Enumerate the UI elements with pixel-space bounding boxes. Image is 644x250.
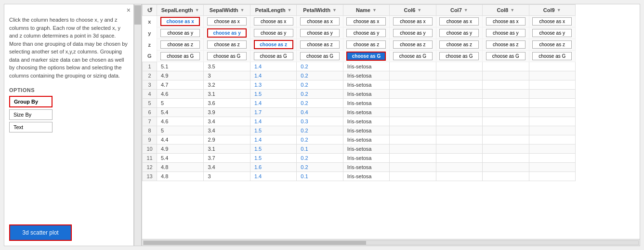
choose-z-petalwidth-btn[interactable]: choose as z	[300, 40, 340, 49]
sort-icon-name: ▼	[372, 8, 377, 13]
close-button[interactable]: ×	[127, 6, 131, 14]
choose-x-col6-btn[interactable]: choose as x	[393, 17, 433, 26]
choose-x-row: x choose as x choose as x choose as x ch…	[143, 16, 576, 27]
cell-petallength: 1.5	[250, 154, 296, 163]
cell-col7	[436, 145, 482, 154]
table-container[interactable]: ↺ SepalLength ▼ SepalWidth ▼	[142, 4, 640, 239]
choose-y-sepalwidth-btn[interactable]: choose as y	[207, 28, 247, 38]
choose-x-name-btn[interactable]: choose as x	[346, 17, 386, 26]
cell-col8	[483, 126, 529, 135]
cell-sepallength: 4.7	[157, 80, 204, 90]
col-header-name[interactable]: Name ▼	[343, 5, 389, 16]
choose-z-row: z choose as z choose as z choose as z ch…	[143, 39, 576, 51]
cell-col7	[436, 108, 482, 117]
cell-petalwidth: 0.2	[297, 71, 343, 80]
choose-x-col8-btn[interactable]: choose as x	[486, 17, 526, 26]
choose-z-col7-cell: choose as z	[436, 39, 482, 51]
choose-g-petalwidth-btn[interactable]: choose as G	[300, 52, 340, 60]
cell-sepallength: 5.1	[157, 62, 204, 71]
choose-y-name-btn[interactable]: choose as y	[346, 29, 386, 37]
cell-petalwidth: 0.1	[297, 145, 343, 154]
choose-z-petallength-btn[interactable]: choose as z	[254, 40, 293, 49]
row-number: 12	[143, 163, 157, 172]
choose-z-sepallength-btn[interactable]: choose as z	[160, 40, 200, 49]
table-row: 853.41.50.2Iris-setosa	[143, 126, 576, 135]
table-row: 65.43.91.70.4Iris-setosa	[143, 108, 576, 117]
choose-y-col7-btn[interactable]: choose as y	[439, 29, 479, 37]
choose-y-col9-btn[interactable]: choose as y	[532, 29, 572, 37]
choose-x-col6-cell: choose as x	[390, 16, 436, 27]
choose-g-sepalwidth-btn[interactable]: choose as G	[207, 52, 247, 60]
col-header-petalwidth[interactable]: PetalWidth ▼	[297, 5, 343, 16]
cell-sepallength: 5	[157, 99, 204, 108]
reset-icon: ↺	[147, 6, 153, 14]
cell-sepallength: 4.8	[157, 163, 204, 172]
reset-col-header[interactable]: ↺	[143, 5, 157, 16]
row-number: 6	[143, 108, 157, 117]
choose-g-sepallength-btn[interactable]: choose as G	[160, 52, 200, 60]
choose-z-sepalwidth-btn[interactable]: choose as z	[207, 40, 247, 49]
choose-g-col6-btn[interactable]: choose as G	[393, 52, 433, 60]
choose-y-petalwidth-btn[interactable]: choose as y	[300, 29, 340, 37]
table-row: 553.61.40.2Iris-setosa	[143, 99, 576, 108]
choose-z-col6-btn[interactable]: choose as z	[393, 40, 433, 49]
cell-petallength: 1.4	[250, 117, 296, 126]
col-header-petallength[interactable]: PetalLength ▼	[250, 5, 296, 16]
col-header-col8[interactable]: Col8 ▼	[483, 5, 529, 16]
col-label-name: Name	[356, 7, 370, 13]
col-label-col7: Col7	[450, 7, 462, 13]
choose-z-col9-btn[interactable]: choose as z	[532, 40, 572, 49]
col-header-col7[interactable]: Col7 ▼	[436, 5, 482, 16]
cell-col9	[529, 163, 576, 172]
cell-sepallength: 5.4	[157, 108, 204, 117]
choose-y-col6-btn[interactable]: choose as y	[393, 29, 433, 37]
choose-y-col8-cell: choose as y	[483, 27, 529, 39]
cell-petalwidth: 0.1	[297, 172, 343, 181]
cell-col8	[483, 71, 529, 80]
scatter-plot-button[interactable]: 3d scatter plot	[9, 224, 72, 241]
group-by-button[interactable]: Group By	[9, 96, 53, 107]
horizontal-scrollbar[interactable]	[142, 239, 640, 246]
choose-x-col7-btn[interactable]: choose as x	[439, 17, 479, 26]
col-header-sepalwidth[interactable]: SepalWidth ▼	[204, 5, 250, 16]
choose-x-sepalwidth-btn[interactable]: choose as x	[207, 17, 247, 26]
cell-petallength: 1.4	[250, 62, 296, 71]
cell-petalwidth: 0.2	[297, 135, 343, 145]
choose-z-col8-btn[interactable]: choose as z	[486, 40, 526, 49]
choose-z-name-btn[interactable]: choose as z	[346, 40, 386, 49]
y-label: y	[143, 27, 157, 39]
table-row: 34.73.21.30.2Iris-setosa	[143, 80, 576, 90]
col-label-col6: Col6	[404, 7, 416, 13]
choose-x-petalwidth-btn[interactable]: choose as x	[300, 17, 340, 26]
choose-g-col8-btn[interactable]: choose as G	[486, 52, 526, 60]
choose-g-col9-btn[interactable]: choose as G	[532, 52, 572, 60]
choose-y-petallength-btn[interactable]: choose as y	[254, 29, 293, 37]
choose-z-col7-btn[interactable]: choose as z	[439, 40, 479, 49]
cell-sepallength: 5.4	[157, 154, 204, 163]
cell-col9	[529, 71, 576, 80]
col-header-col9[interactable]: Col9 ▼	[529, 5, 576, 16]
cell-petallength: 1.5	[250, 90, 296, 99]
text-button[interactable]: Text	[9, 122, 53, 132]
row-number: 10	[143, 145, 157, 154]
col-header-col6[interactable]: Col6 ▼	[390, 5, 436, 16]
cell-petalwidth: 0.2	[297, 90, 343, 99]
choose-g-col7-btn[interactable]: choose as G	[439, 52, 479, 60]
choose-g-petallength-btn[interactable]: choose as G	[254, 52, 293, 60]
vertical-scrollbar[interactable]	[134, 4, 142, 246]
choose-y-col8-btn[interactable]: choose as y	[486, 29, 526, 37]
choose-y-sepallength-btn[interactable]: choose as y	[160, 29, 200, 37]
cell-col8	[483, 172, 529, 181]
choose-x-sepallength-btn[interactable]: choose as x	[160, 17, 200, 26]
choose-x-col9-btn[interactable]: choose as x	[532, 17, 572, 26]
choose-x-sepalwidth-cell: choose as x	[204, 16, 250, 27]
data-table: ↺ SepalLength ▼ SepalWidth ▼	[142, 4, 576, 181]
col-label-petalwidth: PetalWidth	[303, 7, 330, 13]
col-header-sepallength[interactable]: SepalLength ▼	[157, 5, 204, 16]
cell-col9	[529, 172, 576, 181]
choose-g-name-btn[interactable]: choose as G	[346, 52, 386, 61]
scrollbar-thumb	[134, 5, 141, 25]
choose-y-sepalwidth-cell: choose as y	[204, 27, 250, 39]
size-by-button[interactable]: Size By	[9, 109, 53, 120]
choose-x-petallength-btn[interactable]: choose as x	[254, 17, 293, 26]
